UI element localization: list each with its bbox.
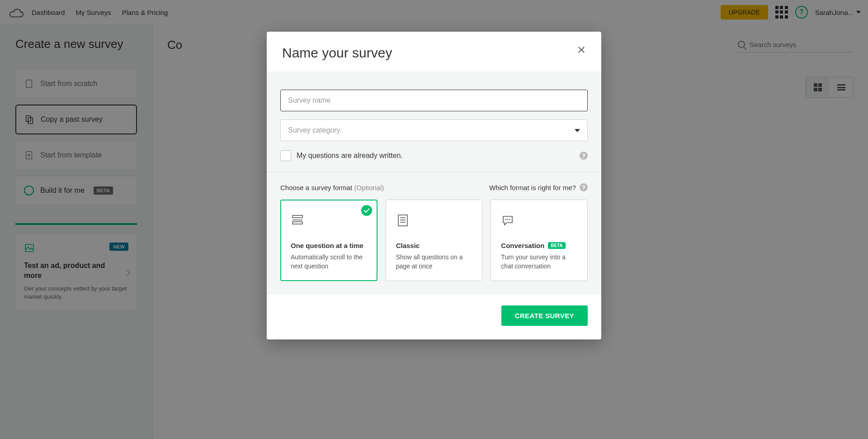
format-conversation[interactable]: Conversation BETA Turn your survey into …: [491, 200, 588, 281]
format-label: Choose a survey format (Optional): [280, 184, 384, 191]
modal-header: Name your survey: [267, 32, 601, 72]
divider: [267, 172, 601, 172]
svg-rect-8: [292, 222, 302, 224]
help-icon: ?: [580, 183, 588, 191]
close-icon[interactable]: [577, 45, 586, 54]
checkbox-row: My questions are already written. ?: [280, 150, 588, 161]
svg-rect-7: [292, 215, 302, 218]
classic-icon: [396, 214, 410, 227]
modal-title: Name your survey: [282, 45, 392, 61]
help-icon[interactable]: ?: [580, 152, 588, 160]
format-title: Classic: [396, 242, 472, 249]
format-title: One question at a time: [291, 242, 367, 249]
survey-category-select[interactable]: Survey category: [280, 119, 588, 141]
beta-badge: BETA: [548, 242, 565, 249]
format-header: Choose a survey format (Optional) Which …: [280, 183, 588, 191]
name-survey-modal: Name your survey Survey category My ques…: [267, 32, 601, 339]
modal-overlay: Name your survey Survey category My ques…: [0, 0, 868, 439]
format-options: One question at a time Automatically scr…: [280, 200, 588, 281]
create-survey-button[interactable]: CREATE SURVEY: [501, 305, 588, 326]
svg-rect-10: [398, 215, 407, 226]
format-desc: Automatically scroll to the next questio…: [291, 253, 367, 271]
modal-body: Survey category My questions are already…: [267, 72, 601, 295]
svg-point-14: [505, 219, 507, 220]
format-label-text: Choose a survey format: [280, 184, 354, 191]
chevron-down-icon: [575, 129, 580, 132]
survey-name-input[interactable]: [280, 90, 588, 111]
svg-point-15: [507, 219, 509, 220]
format-desc: Show all questions on a page at once: [396, 253, 472, 271]
check-icon: [361, 205, 372, 216]
format-classic[interactable]: Classic Show all questions on a page at …: [386, 200, 483, 281]
questions-written-checkbox[interactable]: [280, 150, 291, 161]
svg-point-16: [509, 219, 510, 220]
modal-footer: CREATE SURVEY: [267, 295, 601, 339]
category-placeholder: Survey category: [288, 126, 340, 134]
format-one-question[interactable]: One question at a time Automatically scr…: [280, 200, 377, 281]
format-optional: (Optional): [354, 184, 384, 191]
format-title-text: Conversation: [501, 242, 544, 249]
conversation-icon: [501, 214, 514, 227]
format-title: Conversation BETA: [501, 242, 577, 249]
format-desc: Turn your survey into a chat conversatio…: [501, 253, 577, 271]
which-format-link[interactable]: Which format is right for me? ?: [489, 183, 588, 191]
which-format-text: Which format is right for me?: [489, 184, 576, 191]
checkbox-label: My questions are already written.: [297, 152, 403, 160]
one-question-icon: [291, 214, 304, 227]
